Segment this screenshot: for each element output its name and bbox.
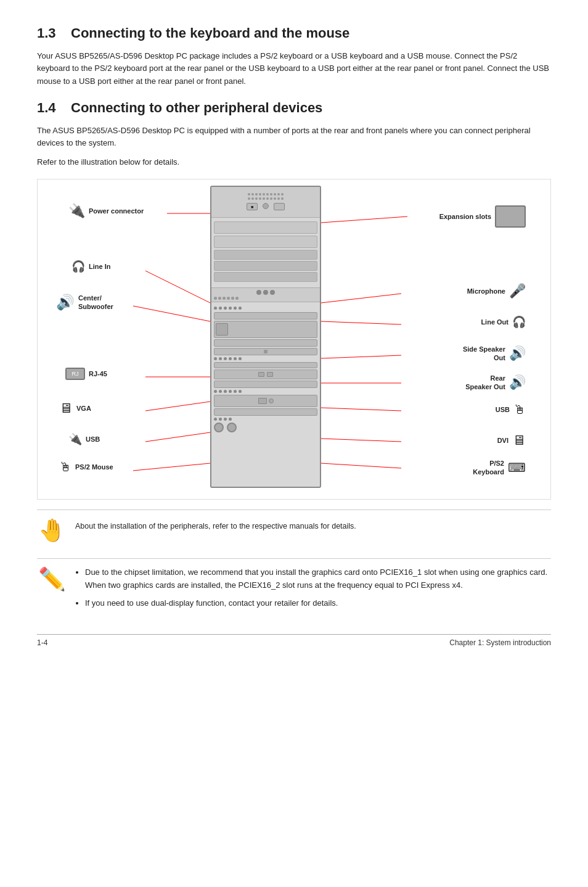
svg-line-8	[321, 294, 401, 303]
label-ps2-keyboard: ⌨ P/S2Keyboard	[473, 459, 526, 477]
label-side-speaker-out: 🔊 Side SpeakerOut	[463, 345, 526, 363]
label-center-subwoofer: 🔊 Center/Subwoofer	[56, 294, 113, 311]
pc-tower: ■	[210, 186, 321, 488]
svg-line-6	[133, 463, 210, 471]
label-microphone: 🎤 Microphone	[467, 283, 526, 299]
page-number: 1-4	[37, 638, 47, 647]
note-pencil-icon: ✏️	[37, 566, 67, 592]
section14-title: Connecting to other peripheral devices	[71, 100, 322, 115]
label-expansion-slots: Expansion slots	[439, 205, 526, 228]
peripheral-illustration: ■	[37, 179, 551, 500]
page-footer: 1-4 Chapter 1: System introduction	[37, 634, 551, 647]
label-vga: 🖥 VGA	[59, 400, 91, 416]
svg-line-2	[133, 306, 210, 321]
label-rear-speaker-out: 🔊 RearSpeaker Out	[465, 374, 526, 392]
svg-line-12	[321, 408, 401, 411]
label-power-connector: 🔌 Power connector	[68, 203, 144, 219]
note-chipset-list: Due to the chipset limitation, we recomm…	[85, 566, 551, 614]
section13-number: 1.3	[37, 25, 56, 41]
section13-heading: 1.3 Connecting to the keyboard and the m…	[37, 25, 551, 43]
label-rj45: RJ RJ-45	[65, 368, 107, 380]
label-ps2-mouse: 🖱 PS/2 Mouse	[59, 460, 113, 474]
note-chipset-item-2: If you need to use dual-display function…	[85, 597, 551, 610]
label-line-out: 🎧 Line Out	[481, 315, 526, 329]
note-hand-icon: 🤚	[37, 518, 67, 543]
label-usb-left: 🔌 USB	[68, 432, 100, 446]
svg-line-4	[145, 402, 210, 411]
section14-heading: 1.4 Connecting to other peripheral devic…	[37, 99, 551, 117]
svg-line-10	[321, 355, 401, 358]
section13-title: Connecting to the keyboard and the mouse	[71, 25, 349, 41]
note-chipset: ✏️ Due to the chipset limitation, we rec…	[37, 558, 551, 622]
note-installation-text: About the installation of the peripheral…	[75, 518, 356, 532]
svg-line-9	[321, 321, 401, 324]
note-chipset-item-1: Due to the chipset limitation, we recomm…	[85, 566, 551, 592]
label-usb-right: 🖱 USB	[496, 403, 526, 417]
section13-body: Your ASUS BP5265/AS-D596 Desktop PC pack…	[37, 50, 551, 88]
label-line-in: 🎧 Line In	[71, 260, 110, 273]
section14-body1: The ASUS BP5265/AS-D596 Desktop PC is eq…	[37, 125, 551, 151]
section14-body2: Refer to the illustration below for deta…	[37, 156, 551, 169]
note-installation: 🤚 About the installation of the peripher…	[37, 510, 551, 551]
svg-line-7	[321, 217, 407, 223]
svg-line-13	[321, 439, 401, 442]
svg-line-1	[145, 271, 210, 303]
svg-line-5	[145, 432, 210, 442]
chapter-title: Chapter 1: System introduction	[449, 638, 551, 647]
svg-line-14	[321, 463, 401, 468]
section14-number: 1.4	[37, 100, 56, 115]
label-dvi: 🖥 DVI	[497, 432, 526, 448]
